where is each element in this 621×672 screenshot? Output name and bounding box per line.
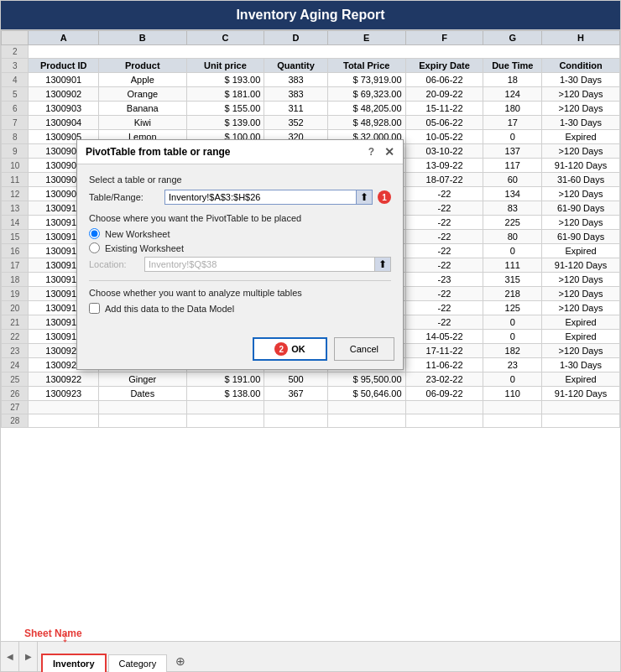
location-input-wrap: ⬆ bbox=[144, 257, 391, 272]
ok-button[interactable]: 2OK bbox=[253, 337, 327, 361]
table-range-input[interactable] bbox=[165, 190, 356, 204]
table-range-input-wrap: ⬆ bbox=[164, 190, 373, 205]
dialog-title-text: PivotTable from table or range bbox=[86, 146, 230, 158]
table-range-btn[interactable]: ⬆ bbox=[356, 190, 372, 204]
dialog-section3-label: Choose whether you want to analyze multi… bbox=[89, 288, 391, 298]
location-btn[interactable]: ⬆ bbox=[374, 258, 390, 271]
data-model-row: Add this data to the Data Model bbox=[89, 303, 391, 314]
new-worksheet-row: New Worksheet bbox=[89, 228, 391, 239]
tab-category[interactable]: Category bbox=[108, 654, 168, 672]
nav-right-arrow[interactable]: ▶ bbox=[19, 642, 38, 671]
sheet-name-annotation: Sheet Name bbox=[24, 628, 82, 639]
cancel-button[interactable]: Cancel bbox=[334, 337, 394, 361]
table-range-label: Table/Range: bbox=[89, 192, 164, 202]
nav-left-arrow[interactable]: ◀ bbox=[1, 642, 19, 671]
existing-worksheet-row: Existing Worksheet bbox=[89, 242, 391, 253]
dialog-body: Select a table or range Table/Range: ⬆ 1… bbox=[77, 164, 403, 332]
location-label: Location: bbox=[89, 259, 144, 269]
dialog-help-icon[interactable]: ? bbox=[368, 146, 374, 158]
dialog-section2-label: Choose where you want the PivotTable to … bbox=[89, 213, 391, 223]
spreadsheet-title: Inventory Aging Report bbox=[1, 1, 620, 30]
pivot-dialog: PivotTable from table or range ? ✕ Selec… bbox=[76, 139, 404, 370]
bottom-bar: Sheet Name ↓ ◀ ▶ Inventory Category ⊕ bbox=[1, 641, 620, 671]
table-range-row: Table/Range: ⬆ 1 bbox=[89, 190, 391, 205]
spreadsheet-container: Inventory Aging Report A B bbox=[0, 0, 621, 672]
existing-worksheet-label: Existing Worksheet bbox=[105, 243, 184, 253]
dialog-title-bar: PivotTable from table or range ? ✕ bbox=[77, 140, 403, 164]
data-model-checkbox[interactable] bbox=[89, 303, 100, 314]
sheet-area: A B C D E F G H 2 3 Product ID bbox=[1, 30, 620, 641]
dialog-divider bbox=[89, 280, 391, 281]
location-input[interactable] bbox=[145, 258, 374, 271]
dialog-buttons: 2OK Cancel bbox=[77, 332, 403, 369]
new-worksheet-radio[interactable] bbox=[89, 228, 100, 239]
new-worksheet-label: New Worksheet bbox=[105, 229, 170, 239]
badge-1: 1 bbox=[378, 190, 391, 204]
dialog-close-button[interactable]: ✕ bbox=[384, 145, 394, 159]
tab-add-button[interactable]: ⊕ bbox=[169, 651, 192, 671]
title-text: Inventory Aging Report bbox=[236, 8, 384, 22]
dialog-overlay: PivotTable from table or range ? ✕ Selec… bbox=[1, 30, 620, 641]
data-model-label: Add this data to the Data Model bbox=[105, 304, 234, 314]
badge-2: 2 bbox=[274, 342, 288, 356]
location-row: Location: ⬆ bbox=[89, 257, 391, 272]
existing-worksheet-radio[interactable] bbox=[89, 242, 100, 253]
dialog-section1-label: Select a table or range bbox=[89, 175, 391, 185]
tabs-area: Inventory Category ⊕ bbox=[38, 642, 620, 671]
annotation-arrow: ↓ bbox=[61, 629, 69, 644]
tab-inventory[interactable]: Inventory bbox=[41, 654, 107, 672]
